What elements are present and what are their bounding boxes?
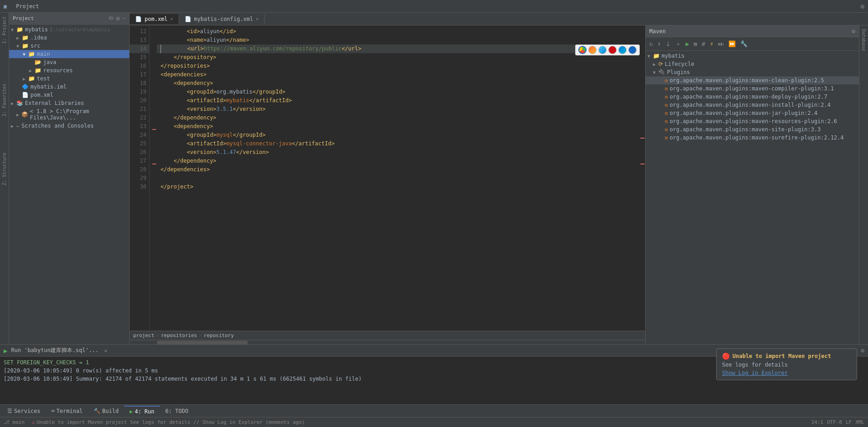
warning-popup: 🔴 Unable to import Maven project See log… <box>716 348 857 380</box>
run-play-icon[interactable]: ▶ <box>4 347 7 354</box>
project-strip-label[interactable]: 1: Project <box>2 16 7 44</box>
line-num-13: 13 <box>130 36 149 45</box>
code-line-20: <artifactId>mybatis</artifactId> <box>157 96 640 105</box>
tree-test-label: test <box>37 75 50 82</box>
line-num-17: 17 <box>130 70 149 79</box>
maven-install-label: org.apache.maven.plugins:maven-install-p… <box>670 102 831 108</box>
tree-item-java[interactable]: 📂 java <box>9 58 129 66</box>
services-label: Services <box>14 408 40 414</box>
line-num-19: 19 <box>130 88 149 96</box>
code-line-29 <box>157 174 640 183</box>
status-warning-icon: ⚠ <box>32 419 35 425</box>
maven-hash-icon[interactable]: # <box>700 40 707 48</box>
tree-item-jdk[interactable]: ▶ 📦 < 1.8 > C:\Program Files\Java\... <box>9 107 129 122</box>
database-strip-label[interactable]: Database <box>861 29 866 51</box>
show-log-link[interactable]: Show Log in Explorer <box>722 370 851 376</box>
code-line-28: </dependencies> <box>157 165 640 174</box>
warning-title-text: Unable to import Maven project <box>733 353 831 359</box>
tree-src-label: src <box>30 43 40 49</box>
chrome-icon[interactable] <box>578 46 587 54</box>
browser-icons-overlay[interactable] <box>575 45 640 55</box>
maven-resources-label: org.apache.maven.plugins:maven-resources… <box>670 118 837 124</box>
settings-icon2[interactable]: ⚙ <box>116 15 120 22</box>
maven-download2-icon[interactable]: ⤓ <box>664 40 672 48</box>
tree-item-src[interactable]: ▼ 📁 src <box>9 42 129 50</box>
tab-terminal[interactable]: ⌨ Terminal <box>46 406 88 416</box>
maven-refresh-icon[interactable]: ↻ <box>647 40 655 48</box>
chevron-right-ext-icon: ▶ <box>11 101 16 106</box>
maven-plugins-label: Plugins <box>667 69 690 75</box>
run-close-icon[interactable]: ✕ <box>104 348 107 354</box>
close-tab2-icon[interactable]: ✕ <box>256 16 259 21</box>
tab-services[interactable]: ☰ Services <box>2 406 46 416</box>
code-content[interactable]: <id>aliyun</id> <name>aliyun</name> <url… <box>157 25 640 331</box>
maven-item-lifecycle[interactable]: ▶ ⟳ Lifecycle <box>646 60 859 68</box>
firefox-icon[interactable] <box>588 46 597 54</box>
maven-download-icon[interactable]: ⬇ <box>656 40 663 48</box>
tab-todo[interactable]: 6: TODO <box>160 406 194 416</box>
tree-item-scratches[interactable]: ▶ ✏ Scratches and Consoles <box>9 122 129 130</box>
close-tab-icon[interactable]: ✕ <box>171 16 173 21</box>
status-warning-text: Unable to import Maven project See logs … <box>37 419 305 425</box>
line-num-28: 28 <box>130 165 149 174</box>
status-encoding: UTF-8 <box>827 419 842 425</box>
maven-run-icon[interactable]: ▶ <box>684 40 691 48</box>
maven-lightning-icon[interactable]: ⚡ <box>708 40 715 48</box>
tree-idea-label: .idea <box>30 35 47 41</box>
tree-item-main[interactable]: ▼ 📁 main <box>9 50 129 58</box>
maven-skip-icon[interactable]: ⏭ <box>716 40 726 48</box>
maven-item-resources[interactable]: m org.apache.maven.plugins:maven-resourc… <box>646 117 859 125</box>
run-settings-icon[interactable]: ⚙ <box>861 347 864 354</box>
horizontal-scrollbar[interactable] <box>130 340 645 344</box>
maven-item-compiler[interactable]: m org.apache.maven.plugins:maven-compile… <box>646 84 859 93</box>
maven-item-deploy[interactable]: m org.apache.maven.plugins:maven-deploy-… <box>646 93 859 101</box>
code-line-30: </project> <box>157 183 640 191</box>
tab-mybatis-config[interactable]: 📄 mybatis-config.xml ✕ <box>179 14 265 24</box>
maven-add-icon[interactable]: ＋ <box>673 39 683 49</box>
breadcrumb-project[interactable]: project <box>133 333 154 338</box>
tree-item-iml[interactable]: 🔷 mybatis.iml <box>9 83 129 91</box>
maven-item-mybatis[interactable]: ▼ 📁 mybatis <box>646 52 859 60</box>
breadcrumb-repository[interactable]: repository <box>204 333 234 338</box>
status-git[interactable]: ⎇ main <box>4 419 25 425</box>
tree-item-pomxml[interactable]: 📄 pom.xml <box>9 91 129 99</box>
maven-item-surefire[interactable]: m org.apache.maven.plugins:maven-surefir… <box>646 134 859 142</box>
tab-pom-xml[interactable]: 📄 pom.xml ✕ <box>130 14 179 24</box>
plugin-icon-clean: m <box>665 78 668 84</box>
tree-item-mybatis[interactable]: ▼ 📁 mybatis E:\structure\mybatis <box>9 25 129 34</box>
maven-item-jar[interactable]: m org.apache.maven.plugins:maven-jar-plu… <box>646 109 859 117</box>
maven-item-clean[interactable]: m org.apache.maven.plugins:maven-clean-p… <box>646 76 859 84</box>
maven-skip2-icon[interactable]: ⏩ <box>727 40 738 48</box>
ie-icon[interactable] <box>628 46 637 54</box>
breadcrumb-repositories[interactable]: repositories <box>161 333 197 338</box>
tree-item-resources[interactable]: ▶ 📁 resources <box>9 66 129 74</box>
tree-item-extlibs[interactable]: ▶ 📚 External Libraries <box>9 99 129 107</box>
maven-settings-icon[interactable]: ⚙ <box>852 28 855 35</box>
tab-build[interactable]: 🔨 Build <box>88 406 124 416</box>
code-editor[interactable]: 12 13 14 15 16 17 18 19 20 21 22 23 <box>130 25 645 344</box>
line-num-18: 18 <box>130 79 149 88</box>
tree-jdk-label: < 1.8 > C:\Program Files\Java\... <box>30 108 127 121</box>
plugin-icon-resources: m <box>665 119 668 124</box>
code-line-16: </repositories> <box>157 62 640 70</box>
maven-item-plugins[interactable]: ▼ 🔌 Plugins <box>646 68 859 76</box>
breadcrumb: project › repositories › repository <box>130 331 645 340</box>
tree-item-idea[interactable]: ▶ 📁 .idea <box>9 34 129 42</box>
settings-icon[interactable]: ⚙ <box>861 3 864 10</box>
favorites-strip-label[interactable]: 2: Favorites <box>2 84 7 116</box>
collapse-icon[interactable]: 🗁 <box>109 15 114 22</box>
maven-item-install[interactable]: m org.apache.maven.plugins:maven-install… <box>646 101 859 109</box>
safari-icon[interactable] <box>598 46 607 54</box>
code-line-27: </dependency> <box>157 157 640 165</box>
maven-wrench-icon[interactable]: 🔧 <box>738 40 749 48</box>
opera-icon[interactable] <box>608 46 617 54</box>
line-num-25: 25 <box>130 139 149 148</box>
structure-strip-label[interactable]: Z: Structure <box>2 153 7 185</box>
maven-item-site[interactable]: m org.apache.maven.plugins:maven-site-pl… <box>646 125 859 134</box>
project-label[interactable]: Project <box>16 3 39 10</box>
tab-run-active[interactable]: ▶ 4: Run <box>124 406 160 417</box>
maven-m-icon[interactable]: m <box>692 40 699 48</box>
edge-icon[interactable] <box>618 46 627 54</box>
close-panel-icon[interactable]: — <box>122 15 125 22</box>
tree-item-test[interactable]: ▶ 📁 test <box>9 74 129 83</box>
